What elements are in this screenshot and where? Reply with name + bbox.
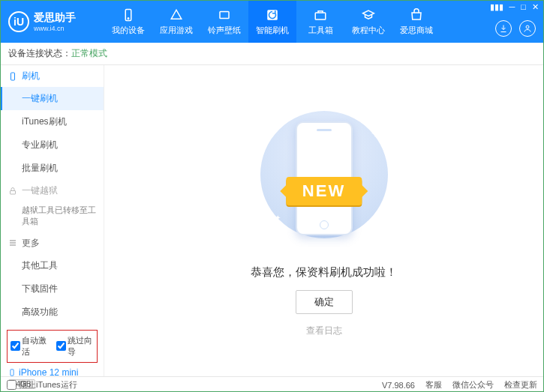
nav-apps[interactable]: 应用游戏 <box>152 1 200 43</box>
lock-icon <box>8 187 17 196</box>
main-content: ✦ ✦ ✦ NEW 恭喜您，保资料刷机成功啦！ 确定 查看日志 <box>104 65 543 376</box>
close-icon[interactable]: ✕ <box>532 2 539 12</box>
nav-my-device[interactable]: 我的设备 <box>104 1 152 43</box>
toolbox-icon <box>314 8 327 22</box>
opt-auto-activate[interactable]: 自动激活 <box>11 335 49 358</box>
app-name: 爱思助手 <box>34 11 76 25</box>
svg-rect-7 <box>11 190 16 194</box>
menu-icon[interactable]: ▮▮▮ <box>490 2 503 12</box>
logo-icon: iU <box>8 11 29 32</box>
section-more[interactable]: 更多 <box>1 232 104 254</box>
sidebar-item-other[interactable]: 其他工具 <box>1 254 104 277</box>
sidebar-item-pro[interactable]: 专业刷机 <box>1 133 104 157</box>
status-value: 正常模式 <box>71 47 107 60</box>
support-link[interactable]: 客服 <box>425 379 442 391</box>
options-box: 自动激活 跳过向导 <box>7 330 98 363</box>
sidebar-item-itunes[interactable]: iTunes刷机 <box>1 110 104 133</box>
minimize-icon[interactable]: ─ <box>509 2 515 12</box>
wechat-link[interactable]: 微信公众号 <box>452 379 494 391</box>
footer: 阻止iTunes运行 V7.98.66 客服 微信公众号 检查更新 <box>1 376 543 392</box>
sidebar-item-advanced[interactable]: 高级功能 <box>1 301 104 324</box>
ok-button[interactable]: 确定 <box>296 290 353 314</box>
app-url: www.i4.cn <box>34 25 76 32</box>
graduation-icon <box>362 8 375 22</box>
maximize-icon[interactable]: □ <box>521 2 526 12</box>
list-icon <box>8 238 17 247</box>
svg-rect-8 <box>11 370 14 376</box>
window-controls: ▮▮▮ ─ □ ✕ <box>490 2 539 12</box>
apps-icon <box>170 8 183 22</box>
block-itunes-checkbox[interactable]: 阻止iTunes运行 <box>7 379 77 391</box>
nav-ringtones[interactable]: 铃声壁纸 <box>200 1 248 43</box>
version-label: V7.98.66 <box>382 381 415 390</box>
refresh-icon <box>266 8 279 22</box>
store-icon <box>410 8 423 22</box>
sidebar-item-firmware[interactable]: 下载固件 <box>1 277 104 301</box>
svg-rect-6 <box>11 73 15 80</box>
success-message: 恭喜您，保资料刷机成功啦！ <box>251 265 397 280</box>
download-button[interactable] <box>495 20 512 37</box>
success-illustration: ✦ ✦ ✦ NEW <box>234 105 414 255</box>
device-phone-icon <box>8 367 16 378</box>
nav-flash[interactable]: 智能刷机 <box>248 1 296 43</box>
svg-point-5 <box>526 25 529 28</box>
sidebar: 刷机 一键刷机 iTunes刷机 专业刷机 批量刷机 一键越狱 越狱工具已转移至… <box>1 65 104 376</box>
section-flash[interactable]: 刷机 <box>1 65 104 87</box>
status-label: 设备连接状态： <box>8 47 71 60</box>
nav: 我的设备 应用游戏 铃声壁纸 智能刷机 工具箱 教程中心 爱思商城 <box>104 1 543 43</box>
opt-skip-wizard[interactable]: 跳过向导 <box>56 335 95 358</box>
logo-area: iU 爱思助手 www.i4.cn <box>1 11 104 32</box>
user-icon <box>523 24 532 33</box>
wallpaper-icon <box>218 8 231 22</box>
nav-store[interactable]: 爱思商城 <box>392 1 440 43</box>
phone-icon <box>122 8 135 22</box>
download-icon <box>499 24 508 33</box>
status-bar: 设备连接状态： 正常模式 <box>1 43 543 65</box>
update-link[interactable]: 检查更新 <box>504 379 537 391</box>
user-button[interactable] <box>519 20 536 37</box>
new-ribbon: NEW <box>286 177 362 205</box>
svg-point-1 <box>128 17 129 19</box>
nav-toolbox[interactable]: 工具箱 <box>296 1 344 43</box>
header: iU 爱思助手 www.i4.cn 我的设备 应用游戏 铃声壁纸 智能刷机 工具… <box>1 1 543 43</box>
nav-tutorials[interactable]: 教程中心 <box>344 1 392 43</box>
sidebar-item-oneclick[interactable]: 一键刷机 <box>1 87 104 110</box>
phone-flash-icon <box>8 72 17 81</box>
sidebar-item-batch[interactable]: 批量刷机 <box>1 157 104 180</box>
view-log-link[interactable]: 查看日志 <box>306 325 342 337</box>
device-name: iPhone 12 mini <box>19 367 78 378</box>
svg-rect-2 <box>220 11 229 18</box>
jailbreak-note: 越狱工具已转移至工具箱 <box>1 202 104 232</box>
svg-rect-4 <box>315 13 326 19</box>
section-jailbreak: 一键越狱 <box>1 180 104 202</box>
